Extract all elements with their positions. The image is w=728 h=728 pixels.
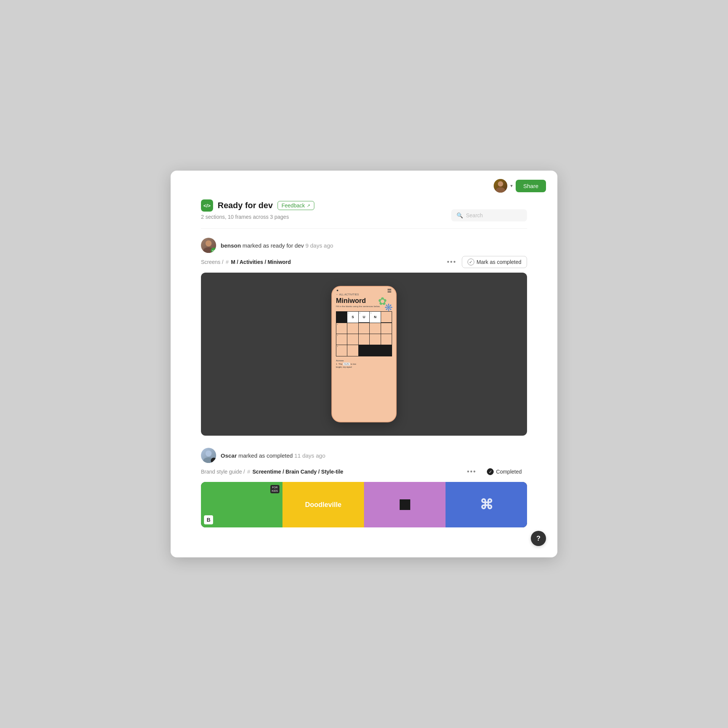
breadcrumb-prefix-2: Brand style guide / xyxy=(201,469,245,475)
feed-item-2-user: Oscar xyxy=(221,452,237,459)
phone-across-label: Across xyxy=(332,358,396,362)
feed-item-2-actions: ••• ✓ Completed xyxy=(467,466,527,477)
brand-tile-blue: ⌘ xyxy=(446,482,527,527)
page-title: Ready for dev xyxy=(218,201,273,210)
feed-item-2-time: 11 days ago xyxy=(294,452,325,459)
b-logo: B xyxy=(204,515,213,524)
purple-dot xyxy=(400,499,410,510)
breadcrumb-prefix: Screens / xyxy=(201,259,223,265)
feed-item-1-actions: ••• ✓ Mark as completed xyxy=(447,256,527,268)
external-link-icon: ↗ xyxy=(307,203,310,208)
feed-item-2-breadcrumb-row: Brand style guide / # Screentime / Brain… xyxy=(201,466,527,477)
feed-item-2-action-text: marked as completed xyxy=(238,452,293,459)
cell-r4c1: 6 xyxy=(336,345,347,356)
search-icon: 🔍 xyxy=(457,212,463,218)
more-options-button-1[interactable]: ••• xyxy=(447,258,457,266)
avatar-image xyxy=(494,179,507,193)
crossword-grid: 1 S 2 U 3 N 4 xyxy=(336,311,392,356)
search-placeholder: Search xyxy=(466,212,483,218)
phone-title-area: Miniword Fill in the blanks using the se… xyxy=(332,297,396,310)
check-circle-icon: ✓ xyxy=(468,259,474,265)
completed-button[interactable]: ✓ Completed xyxy=(482,466,527,477)
feed-item-1-breadcrumb: Screens / # M / Activities / Miniword xyxy=(201,259,291,265)
feed-section: </> benson marked as ready for dev 9 day… xyxy=(171,229,557,527)
cell-r2c5 xyxy=(381,323,392,334)
cell-r3c4 xyxy=(370,334,380,345)
miniword-preview[interactable]: ← ALL ACTIVITIES Miniword Fill in the bl… xyxy=(201,273,527,436)
brand-tile-purple xyxy=(364,482,446,527)
breadcrumb-bold-2: Screentime / Brain Candy / Style-tile xyxy=(253,469,344,475)
mark-complete-label: Mark as completed xyxy=(477,259,521,265)
svg-point-0 xyxy=(498,181,503,187)
doodleville-text: Doodleville xyxy=(305,501,341,509)
ready-for-dev-badge: </> xyxy=(211,248,216,253)
cell-r3c3 xyxy=(359,334,369,345)
hash-icon-2: # xyxy=(247,469,250,475)
brand-tile-yellow: Doodleville xyxy=(282,482,364,527)
feed-item-1-meta: benson marked as ready for dev 9 days ag… xyxy=(221,242,333,249)
feed-item-2: ✓ Oscar marked as completed 11 days ago … xyxy=(201,448,527,527)
svg-point-4 xyxy=(206,450,212,457)
feed-item-2-meta: Oscar marked as completed 11 days ago xyxy=(221,452,325,459)
feed-item-1-header: </> benson marked as ready for dev 9 day… xyxy=(201,238,527,253)
brand-tile-green: B FORKIDS xyxy=(201,482,282,527)
menu-line-2 xyxy=(388,290,391,291)
feedback-badge[interactable]: Feedback ↗ xyxy=(278,201,314,210)
header: ▾ Share xyxy=(171,171,557,196)
header-right: ▾ Share xyxy=(494,179,546,193)
cell-r2c2 xyxy=(347,323,358,334)
phone-menu-icon xyxy=(388,289,391,292)
menu-line-1 xyxy=(388,289,391,290)
cell-r4c4 xyxy=(370,345,380,356)
brand-icon: ⌘ xyxy=(480,497,493,513)
cell-r2c1: 4 xyxy=(336,323,347,334)
cell-r4c2 xyxy=(347,345,358,356)
help-button[interactable]: ? xyxy=(531,531,546,546)
benson-avatar: </> xyxy=(201,238,216,253)
cell-r1c2: 1 S xyxy=(347,312,358,322)
feedback-label: Feedback xyxy=(282,202,305,209)
completed-label: Completed xyxy=(496,469,522,475)
for-kids-badge: FORKIDS xyxy=(270,485,279,493)
cell-r4c5 xyxy=(381,345,392,356)
cell-r1c4: 3 N xyxy=(370,312,380,322)
svg-point-1 xyxy=(496,187,505,193)
avatar[interactable] xyxy=(494,179,507,193)
cell-r1c5 xyxy=(381,312,392,322)
feed-item-1: </> benson marked as ready for dev 9 day… xyxy=(201,238,527,436)
breadcrumb-bold: M / Activities / Miniword xyxy=(231,259,291,265)
phone-clue: 1 The SUN is toobright, my eyes! xyxy=(332,362,396,369)
chevron-down-icon[interactable]: ▾ xyxy=(510,183,513,188)
clue-num: 1 The xyxy=(336,363,343,365)
brand-preview[interactable]: B FORKIDS Doodleville ⌘ xyxy=(201,482,527,527)
mark-as-completed-button[interactable]: ✓ Mark as completed xyxy=(462,256,527,268)
oscar-avatar: ✓ xyxy=(201,448,216,463)
feed-item-1-action-text: marked as ready for dev xyxy=(243,242,304,249)
phone-mockup: ← ALL ACTIVITIES Miniword Fill in the bl… xyxy=(331,286,397,422)
feed-item-2-header: ✓ Oscar marked as completed 11 days ago xyxy=(201,448,527,463)
feed-item-1-user: benson xyxy=(221,242,241,249)
cell-r3c5 xyxy=(381,334,392,345)
search-box[interactable]: 🔍 Search xyxy=(451,209,527,221)
feed-item-1-time: 9 days ago xyxy=(305,242,333,249)
phone-status-bar xyxy=(332,287,396,293)
cell-r3c1: 5 xyxy=(336,334,347,345)
clue-sun-highlight: SUN xyxy=(343,362,350,366)
share-button[interactable]: Share xyxy=(516,180,546,192)
completed-badge: ✓ xyxy=(211,458,216,463)
hash-icon: # xyxy=(226,259,229,265)
cell-r2c4 xyxy=(370,323,380,334)
more-options-button-2[interactable]: ••• xyxy=(467,468,476,476)
cell-r1c1 xyxy=(336,312,347,322)
cell-r4c3 xyxy=(359,345,369,356)
brand-tiles: B FORKIDS Doodleville ⌘ xyxy=(201,482,527,527)
check-filled-icon: ✓ xyxy=(487,468,494,475)
cell-r3c2 xyxy=(347,334,358,345)
phone-camera-dot xyxy=(337,290,338,291)
cell-r1c3: 2 U xyxy=(359,312,369,322)
cell-r2c3 xyxy=(359,323,369,334)
menu-line-3 xyxy=(388,292,391,292)
feed-item-2-breadcrumb: Brand style guide / # Screentime / Brain… xyxy=(201,469,343,475)
feed-item-1-breadcrumb-row: Screens / # M / Activities / Miniword ••… xyxy=(201,256,527,268)
app-window: ▾ Share </> Ready for dev Feedback ↗ 2 s… xyxy=(171,171,557,557)
